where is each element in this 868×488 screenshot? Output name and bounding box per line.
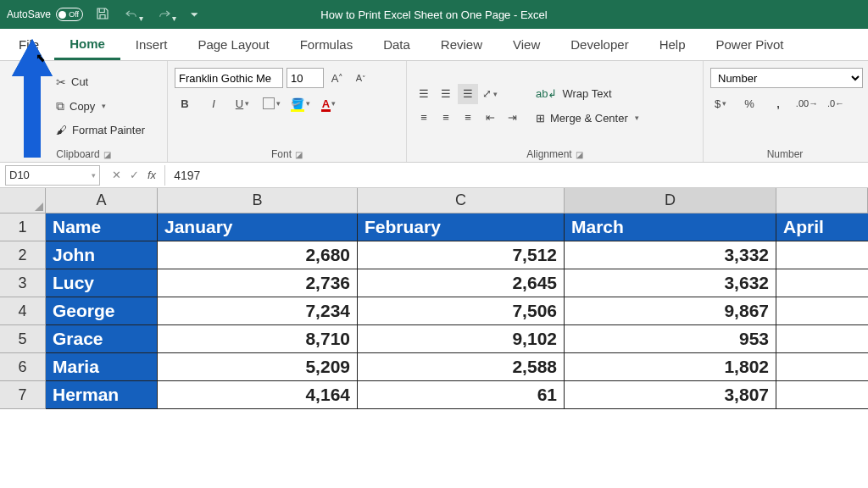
- autosave-toggle[interactable]: AutoSave Off: [7, 8, 83, 21]
- italic-button[interactable]: I: [203, 93, 224, 114]
- cell[interactable]: [776, 353, 868, 381]
- row-header[interactable]: 3: [0, 269, 46, 297]
- cell[interactable]: [776, 325, 868, 353]
- tab-review[interactable]: Review: [426, 29, 498, 60]
- align-top-icon[interactable]: ☰: [414, 84, 434, 104]
- row-header[interactable]: 2: [0, 241, 46, 269]
- cell[interactable]: Name: [46, 214, 158, 241]
- decrease-decimal-icon[interactable]: .0←: [826, 93, 846, 114]
- align-center-icon[interactable]: ≡: [436, 108, 456, 128]
- cell[interactable]: 5,209: [158, 353, 358, 381]
- underline-button[interactable]: U▾: [232, 93, 253, 114]
- cell[interactable]: 2,588: [358, 353, 565, 381]
- increase-indent-icon[interactable]: ⇥: [502, 108, 522, 128]
- formula-input[interactable]: 4197: [165, 169, 868, 182]
- tab-developer[interactable]: Developer: [555, 29, 643, 60]
- wrap-text-button[interactable]: ab↲Wrap Text: [536, 87, 639, 100]
- increase-decimal-icon[interactable]: .00→: [797, 93, 817, 114]
- clipboard-launcher-icon[interactable]: ◪: [103, 150, 111, 159]
- tab-formulas[interactable]: Formulas: [285, 29, 369, 60]
- align-left-icon[interactable]: ≡: [414, 108, 434, 128]
- cell[interactable]: [776, 297, 868, 325]
- font-launcher-icon[interactable]: ◪: [295, 150, 303, 159]
- decrease-indent-icon[interactable]: ⇤: [480, 108, 500, 128]
- format-painter-button[interactable]: Format Painter: [56, 124, 145, 136]
- percent-icon[interactable]: %: [739, 93, 760, 114]
- col-header-d[interactable]: D: [565, 188, 776, 213]
- row-header[interactable]: 4: [0, 297, 46, 325]
- tab-data[interactable]: Data: [368, 29, 426, 60]
- cell[interactable]: 953: [565, 325, 776, 353]
- cut-button[interactable]: Cut: [56, 75, 145, 89]
- cell[interactable]: 7,234: [158, 297, 358, 325]
- cell[interactable]: 4,164: [158, 381, 358, 409]
- number-format-select[interactable]: Number: [710, 68, 863, 88]
- tab-view[interactable]: View: [498, 29, 555, 60]
- decrease-font-icon[interactable]: A˅: [351, 68, 371, 88]
- cell[interactable]: 1,802: [565, 353, 776, 381]
- col-header-a[interactable]: A: [46, 188, 158, 213]
- col-header-c[interactable]: C: [358, 188, 565, 213]
- cell[interactable]: 2,736: [158, 269, 358, 297]
- row-header[interactable]: 1: [0, 214, 46, 241]
- enter-icon[interactable]: ✓: [130, 169, 139, 181]
- cell[interactable]: 9,867: [565, 297, 776, 325]
- copy-button[interactable]: Copy▾: [56, 99, 145, 114]
- border-button[interactable]: ▾: [261, 93, 281, 114]
- cell[interactable]: 2,680: [158, 241, 358, 269]
- redo-icon[interactable]: ▾: [157, 6, 176, 24]
- cell[interactable]: [776, 241, 868, 269]
- tab-help[interactable]: Help: [644, 29, 701, 60]
- currency-icon[interactable]: $▾: [710, 93, 731, 114]
- col-header-b[interactable]: B: [158, 188, 358, 213]
- cell[interactable]: Maria: [46, 353, 158, 381]
- undo-icon[interactable]: ▾: [124, 6, 143, 24]
- alignment-launcher-icon[interactable]: ◪: [576, 150, 583, 159]
- save-icon[interactable]: [95, 6, 110, 24]
- tab-power-pivot[interactable]: Power Pivot: [701, 29, 799, 60]
- font-color-button[interactable]: A▾: [319, 93, 339, 114]
- cell[interactable]: 9,102: [358, 325, 565, 353]
- align-bottom-icon[interactable]: ☰: [458, 84, 478, 104]
- tab-insert[interactable]: Insert: [120, 29, 183, 60]
- cancel-icon[interactable]: ✕: [112, 169, 121, 181]
- cell[interactable]: Lucy: [46, 269, 158, 297]
- name-box[interactable]: D10▾: [5, 165, 100, 186]
- row-header[interactable]: 7: [0, 381, 46, 409]
- comma-icon[interactable]: ,: [768, 93, 788, 114]
- increase-font-icon[interactable]: A˄: [327, 68, 348, 88]
- cell[interactable]: 7,512: [358, 241, 565, 269]
- row-header[interactable]: 6: [0, 353, 46, 381]
- cell[interactable]: 3,632: [565, 269, 776, 297]
- cell[interactable]: 3,332: [565, 241, 776, 269]
- orientation-icon[interactable]: ⤢▾: [480, 84, 500, 104]
- merge-center-button[interactable]: ⊞Merge & Center▾: [536, 112, 639, 125]
- cell[interactable]: February: [358, 214, 565, 241]
- cell[interactable]: 8,710: [158, 325, 358, 353]
- qat-customize-icon[interactable]: ⏷: [190, 9, 199, 19]
- toggle-switch[interactable]: Off: [56, 8, 83, 21]
- cell[interactable]: John: [46, 241, 158, 269]
- cell[interactable]: 2,645: [358, 269, 565, 297]
- font-size-select[interactable]: [287, 68, 324, 88]
- cell[interactable]: Herman: [46, 381, 158, 409]
- cell[interactable]: January: [158, 214, 358, 241]
- cell[interactable]: Grace: [46, 325, 158, 353]
- align-middle-icon[interactable]: ☰: [436, 84, 456, 104]
- cell[interactable]: George: [46, 297, 158, 325]
- cell[interactable]: [776, 381, 868, 409]
- row-header[interactable]: 5: [0, 325, 46, 353]
- cell[interactable]: [776, 269, 868, 297]
- cell[interactable]: 7,506: [358, 297, 565, 325]
- tab-page-layout[interactable]: Page Layout: [182, 29, 284, 60]
- fx-icon[interactable]: fx: [147, 169, 156, 181]
- cell[interactable]: 61: [358, 381, 565, 409]
- bold-button[interactable]: B: [175, 93, 195, 114]
- cell[interactable]: April: [776, 214, 868, 241]
- col-header-e[interactable]: [776, 188, 868, 213]
- fill-color-button[interactable]: 🪣▾: [290, 93, 310, 114]
- align-right-icon[interactable]: ≡: [458, 108, 478, 128]
- cell[interactable]: March: [565, 214, 776, 241]
- tab-home[interactable]: Home: [54, 29, 120, 60]
- font-name-select[interactable]: [175, 68, 283, 88]
